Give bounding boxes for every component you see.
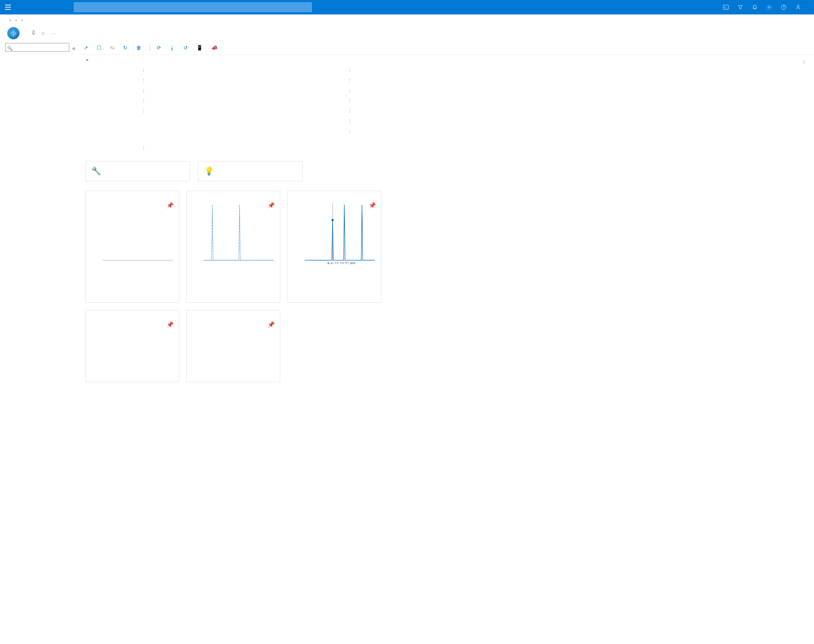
chevron-up-icon: ⌃ <box>85 58 89 64</box>
main-pane: ↗ ☐ ⇆ ↻ 🗑 ⟳ ⭳ ↺ 📱 📣 ⌃ | <box>77 42 814 643</box>
delete-button[interactable]: 🗑 <box>136 45 143 51</box>
feedback-icon[interactable] <box>791 0 805 14</box>
chevron-right-icon: › <box>21 17 23 23</box>
stop-button[interactable]: ☐ <box>97 45 104 51</box>
delete-icon: 🗑 <box>136 45 141 51</box>
feedback-icon: 📣 <box>211 45 218 51</box>
svg-point-5 <box>797 5 799 7</box>
svg-rect-2 <box>724 5 728 9</box>
command-bar: ↗ ☐ ⇆ ↻ 🗑 ⟳ ⭳ ↺ 📱 📣 <box>80 42 814 55</box>
help-icon[interactable] <box>776 0 791 14</box>
http-5xx-chart <box>90 199 175 264</box>
sidebar-collapse-icon[interactable]: « <box>72 45 75 52</box>
data-in-chart <box>191 199 276 264</box>
get-publish-profile-button[interactable]: ⭳ <box>170 45 177 51</box>
settings-icon[interactable] <box>762 0 776 14</box>
stop-icon: ☐ <box>97 45 101 51</box>
favorite-star-icon[interactable]: ☆ <box>41 31 46 36</box>
data-out-tile[interactable]: 📌 Aug 15 10:37 AM <box>287 191 381 303</box>
share-to-mobile-button[interactable]: 📱 <box>196 45 205 51</box>
lightbulb-icon: 💡 <box>204 167 215 176</box>
app-insights-card[interactable]: 💡 <box>198 161 303 181</box>
svg-text:Aug 15 10:37 AM: Aug 15 10:37 AM <box>327 262 356 264</box>
essentials-section: ⌃ | : : : : : : : : <box>80 55 814 155</box>
browse-button[interactable]: ↗ <box>84 45 90 51</box>
app-service-icon <box>7 27 20 39</box>
http-5xx-tile[interactable]: 📌 <box>85 191 179 303</box>
download-icon: ⭳ <box>170 45 175 51</box>
mobile-icon: 📱 <box>196 45 202 51</box>
search-icon: 🔍 <box>7 46 13 51</box>
reset-icon: ↺ <box>184 45 188 51</box>
resource-sidebar: 🔍 « <box>0 42 77 643</box>
breadcrumb: › › › <box>0 14 814 26</box>
restart-button[interactable]: ↻ <box>123 45 130 51</box>
hamburger-menu[interactable] <box>0 0 16 14</box>
requests-chart <box>90 318 175 365</box>
response-time-tile[interactable]: 📌 <box>186 310 280 382</box>
sidebar-search-input[interactable] <box>5 43 69 52</box>
directory-filter-icon[interactable] <box>733 0 748 14</box>
requests-tile[interactable]: 📌 <box>85 310 179 382</box>
swap-button: ⇆ <box>110 45 117 51</box>
account-display[interactable] <box>805 6 814 9</box>
azure-top-bar <box>0 0 814 14</box>
chevron-right-icon: › <box>9 17 11 23</box>
restart-icon: ↻ <box>123 45 127 51</box>
refresh-button[interactable]: ⟳ <box>157 45 163 51</box>
open-icon: ↗ <box>84 45 88 51</box>
cloud-shell-icon[interactable] <box>719 0 733 14</box>
resource-title-row: ☆ ··· <box>0 26 814 42</box>
recommendation-cards: 🔧 💡 <box>80 155 814 184</box>
more-menu-icon[interactable]: ··· <box>51 31 57 36</box>
chevron-right-icon: › <box>15 17 17 23</box>
data-out-chart: Aug 15 10:37 AM <box>292 199 377 264</box>
send-feedback-button[interactable]: 📣 <box>211 45 219 51</box>
response-time-chart <box>191 318 276 365</box>
essentials-toggle[interactable]: ⌃ | <box>85 58 809 64</box>
diagnose-card[interactable]: 🔧 <box>85 161 190 181</box>
refresh-icon: ⟳ <box>157 45 161 51</box>
global-search-input[interactable] <box>74 2 312 12</box>
wrench-icon: 🔧 <box>91 167 102 176</box>
data-in-tile[interactable]: 📌 <box>186 191 280 303</box>
pin-icon[interactable] <box>31 30 36 37</box>
svg-point-3 <box>768 6 770 8</box>
swap-icon: ⇆ <box>110 45 115 51</box>
reset-publish-profile-button[interactable]: ↺ <box>184 45 190 51</box>
notifications-icon[interactable] <box>748 0 762 14</box>
